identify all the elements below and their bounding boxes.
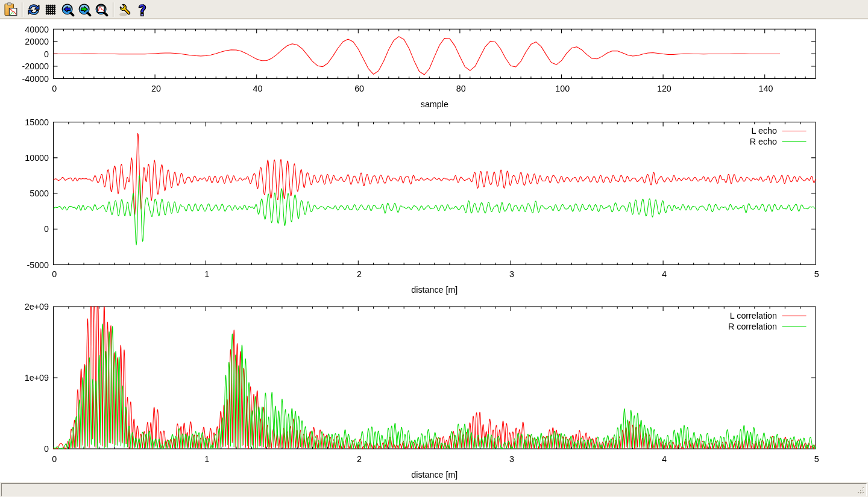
svg-text:0: 0 — [52, 269, 57, 279]
svg-text:0: 0 — [44, 49, 49, 59]
svg-text:5: 5 — [814, 454, 819, 464]
svg-text:0: 0 — [52, 84, 57, 93]
svg-text:20000: 20000 — [25, 37, 49, 46]
svg-text:sample: sample — [421, 99, 448, 109]
svg-text:20: 20 — [151, 84, 161, 93]
svg-text:L echo: L echo — [752, 126, 777, 136]
svg-text:4: 4 — [662, 269, 667, 279]
svg-text:0: 0 — [44, 444, 49, 454]
svg-text:R correlation: R correlation — [728, 322, 777, 331]
svg-text:60: 60 — [354, 84, 364, 93]
svg-text:40: 40 — [253, 84, 263, 93]
svg-text:2: 2 — [357, 269, 362, 279]
svg-text:distance [m]: distance [m] — [411, 285, 458, 295]
svg-text:15000: 15000 — [25, 117, 49, 127]
svg-text:0: 0 — [44, 224, 49, 234]
svg-text:-5000: -5000 — [27, 260, 49, 270]
svg-text:5: 5 — [814, 269, 819, 279]
svg-text:3: 3 — [509, 454, 514, 464]
svg-text:0: 0 — [52, 454, 57, 464]
svg-text:distance [m]: distance [m] — [411, 470, 458, 480]
svg-text:4: 4 — [662, 454, 667, 464]
svg-text:3: 3 — [509, 269, 514, 279]
svg-text:120: 120 — [657, 84, 671, 93]
svg-text:40000: 40000 — [25, 25, 49, 34]
svg-text:1e+09: 1e+09 — [25, 373, 49, 383]
svg-text:L correlation: L correlation — [730, 311, 777, 320]
svg-text:10000: 10000 — [25, 153, 49, 163]
svg-text:1: 1 — [204, 454, 209, 464]
svg-text:80: 80 — [456, 84, 466, 93]
svg-text:R echo: R echo — [750, 137, 777, 146]
svg-text:1: 1 — [204, 269, 209, 279]
svg-text:5000: 5000 — [30, 189, 49, 198]
svg-text:2: 2 — [357, 454, 362, 464]
svg-text:140: 140 — [759, 84, 773, 93]
svg-text:100: 100 — [555, 84, 570, 93]
svg-text:-40000: -40000 — [22, 74, 49, 84]
svg-text:2e+09: 2e+09 — [25, 302, 49, 311]
svg-text:-20000: -20000 — [22, 61, 49, 71]
